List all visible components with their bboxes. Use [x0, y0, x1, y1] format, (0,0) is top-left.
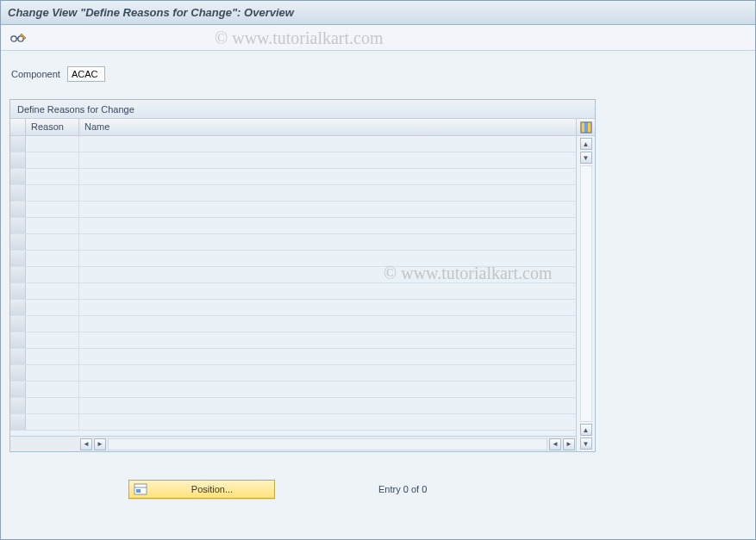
row-selector[interactable] [10, 398, 26, 413]
row-selector[interactable] [10, 414, 26, 430]
cell-name[interactable] [79, 234, 576, 250]
cell-name[interactable] [79, 398, 576, 413]
row-selector[interactable] [10, 234, 26, 250]
caret-up-icon: ▲ [583, 426, 590, 434]
row-selector[interactable] [10, 349, 26, 364]
cell-reason[interactable] [26, 251, 79, 266]
cell-name[interactable] [79, 169, 576, 184]
table-row[interactable] [10, 300, 576, 316]
cell-reason[interactable] [26, 267, 79, 282]
row-selector[interactable] [10, 251, 26, 266]
hscroll-left-button[interactable]: ◄ [80, 438, 92, 450]
cell-name[interactable] [79, 414, 576, 430]
table-row[interactable] [10, 382, 576, 398]
row-selector[interactable] [10, 316, 26, 332]
table-row[interactable] [10, 251, 576, 267]
vscroll-page-down-button[interactable]: ▲ [580, 424, 592, 436]
vscroll-up-button[interactable]: ▲ [580, 138, 592, 150]
data-grid: Reason Name ◄ ► ◄ [10, 119, 576, 451]
column-header-reason[interactable]: Reason [26, 119, 79, 135]
table-row[interactable] [10, 202, 576, 218]
hscroll-right-end-button[interactable]: ► [563, 438, 575, 450]
table-row[interactable] [10, 169, 576, 185]
row-selector[interactable] [10, 202, 26, 217]
table-row[interactable] [10, 283, 576, 300]
cell-name[interactable] [79, 267, 576, 282]
cell-reason[interactable] [26, 332, 79, 348]
row-selector[interactable] [10, 300, 26, 315]
select-all-header[interactable] [10, 119, 26, 135]
grid-side-column: ▲ ▼ ▲ ▼ [576, 119, 595, 451]
row-selector[interactable] [10, 136, 26, 152]
column-header-name[interactable]: Name [79, 119, 576, 135]
configure-columns-button[interactable] [577, 119, 595, 136]
cell-reason[interactable] [26, 152, 79, 168]
table-row[interactable] [10, 185, 576, 202]
cell-name[interactable] [79, 300, 576, 315]
app-window: Change View "Define Reasons for Change":… [0, 0, 756, 540]
table-row[interactable] [10, 267, 576, 283]
table-row[interactable] [10, 365, 576, 382]
cell-reason[interactable] [26, 414, 79, 430]
cell-name[interactable] [79, 283, 576, 299]
row-selector[interactable] [10, 283, 26, 299]
table-row[interactable] [10, 234, 576, 251]
cell-reason[interactable] [26, 382, 79, 397]
vscroll-down-button[interactable]: ▼ [580, 438, 592, 450]
cell-reason[interactable] [26, 136, 79, 152]
display-change-toggle-button[interactable] [8, 28, 28, 47]
cell-name[interactable] [79, 218, 576, 233]
cell-name[interactable] [79, 202, 576, 217]
table-row[interactable] [10, 332, 576, 349]
horizontal-scrollbar: ◄ ► ◄ ► [10, 436, 576, 451]
row-selector[interactable] [10, 382, 26, 397]
content-area: Component Define Reasons for Change Reas… [1, 51, 755, 507]
cell-name[interactable] [79, 185, 576, 201]
row-selector[interactable] [10, 332, 26, 348]
cell-name[interactable] [79, 365, 576, 381]
component-label: Component [11, 69, 60, 79]
cell-name[interactable] [79, 152, 576, 168]
hscroll-left-end-button[interactable]: ◄ [549, 438, 561, 450]
cell-name[interactable] [79, 332, 576, 348]
caret-right-icon: ► [97, 440, 103, 448]
cell-reason[interactable] [26, 218, 79, 233]
position-button[interactable]: Position... [128, 480, 275, 499]
table-row[interactable] [10, 414, 576, 431]
hscroll-track[interactable] [108, 438, 547, 450]
hscroll-right-button[interactable]: ► [94, 438, 106, 450]
caret-left-icon: ◄ [552, 440, 559, 448]
cell-name[interactable] [79, 251, 576, 266]
row-selector[interactable] [10, 365, 26, 381]
row-selector[interactable] [10, 152, 26, 168]
cell-reason[interactable] [26, 169, 79, 184]
cell-name[interactable] [79, 316, 576, 332]
cell-reason[interactable] [26, 349, 79, 364]
cell-reason[interactable] [26, 234, 79, 250]
cell-reason[interactable] [26, 185, 79, 201]
vscroll-page-up-button[interactable]: ▼ [580, 152, 592, 164]
table-row[interactable] [10, 398, 576, 414]
component-input[interactable] [67, 66, 105, 82]
table-row[interactable] [10, 152, 576, 169]
vscroll-track[interactable] [580, 165, 592, 422]
row-selector[interactable] [10, 169, 26, 184]
cell-name[interactable] [79, 136, 576, 152]
cell-name[interactable] [79, 349, 576, 364]
row-selector[interactable] [10, 267, 26, 282]
row-selector[interactable] [10, 218, 26, 233]
cell-reason[interactable] [26, 202, 79, 217]
cell-name[interactable] [79, 382, 576, 397]
table-row[interactable] [10, 316, 576, 332]
table-row[interactable] [10, 136, 576, 152]
cell-reason[interactable] [26, 365, 79, 381]
cell-reason[interactable] [26, 316, 79, 332]
position-button-label: Position... [153, 484, 271, 494]
table-row[interactable] [10, 349, 576, 365]
cell-reason[interactable] [26, 398, 79, 413]
svg-rect-3 [581, 122, 584, 133]
table-row[interactable] [10, 218, 576, 234]
row-selector[interactable] [10, 185, 26, 201]
cell-reason[interactable] [26, 283, 79, 299]
cell-reason[interactable] [26, 300, 79, 315]
